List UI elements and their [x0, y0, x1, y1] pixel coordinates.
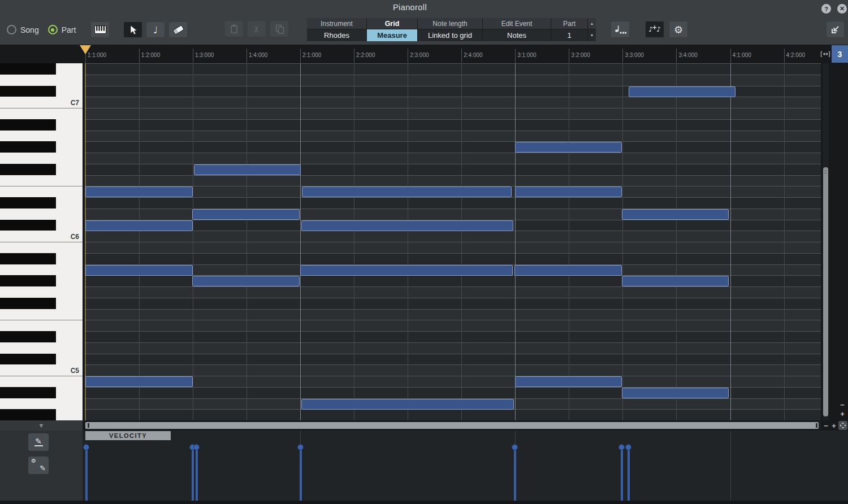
velocity-stem[interactable]: [300, 447, 302, 501]
piano-key-white[interactable]: [0, 398, 83, 410]
part-value[interactable]: 1: [551, 29, 587, 41]
velocity-stem-handle[interactable]: [83, 444, 89, 450]
horizontal-scrollbar-thumb[interactable]: [85, 422, 819, 429]
velocity-stem-handle[interactable]: [618, 444, 625, 450]
cut-button[interactable]: ✂: [247, 20, 266, 37]
velocity-stem[interactable]: [628, 447, 630, 501]
piano-key-black[interactable]: [0, 197, 56, 208]
midi-note[interactable]: [85, 220, 193, 231]
midi-note[interactable]: [514, 265, 622, 276]
piano-key-white[interactable]: [0, 108, 83, 119]
fit-width-icon[interactable]: [↔]: [819, 47, 832, 60]
show-keyboard-button[interactable]: [90, 21, 110, 38]
piano-key-black[interactable]: [0, 63, 56, 75]
note-length-value[interactable]: Linked to grid: [418, 29, 482, 41]
midi-note[interactable]: [515, 142, 622, 153]
scrollbar-left-cap[interactable]: [88, 423, 89, 428]
timeline-ruler[interactable]: 1:1:0001:2:0001:3:0001:4:0002:1:0002:2:0…: [0, 45, 848, 63]
midi-note[interactable]: [300, 265, 513, 276]
midi-note[interactable]: [192, 209, 300, 220]
part-radio[interactable]: Part: [48, 25, 76, 34]
velocity-stem[interactable]: [514, 447, 516, 501]
midi-note[interactable]: [622, 388, 729, 398]
piano-key-black[interactable]: [0, 275, 56, 286]
vertical-zoom-out-button[interactable]: −: [838, 400, 846, 409]
velocity-stem[interactable]: [85, 447, 88, 501]
piano-key-black[interactable]: [0, 387, 56, 398]
pianoroll-grid[interactable]: [85, 63, 821, 420]
import-to-part-button[interactable]: [826, 21, 845, 38]
piano-key-white[interactable]: [0, 342, 83, 354]
velocity-stem-handle[interactable]: [297, 444, 304, 450]
piano-key-white[interactable]: [0, 186, 83, 197]
piano-key-black[interactable]: [0, 220, 56, 231]
piano-key-white[interactable]: [0, 175, 83, 186]
song-radio[interactable]: Song: [7, 25, 39, 34]
instrument-value[interactable]: Rhodes: [307, 29, 366, 41]
piano-key-white[interactable]: [0, 208, 83, 220]
midi-note[interactable]: [515, 186, 622, 197]
velocity-stem-handle[interactable]: [193, 444, 200, 450]
midi-note[interactable]: [85, 186, 193, 197]
help-button[interactable]: ?: [821, 4, 831, 14]
midi-note[interactable]: [301, 399, 514, 410]
copy-button[interactable]: [270, 20, 289, 37]
piano-key-white[interactable]: [0, 376, 83, 387]
velocity-lane-label[interactable]: VELOCITY: [85, 431, 171, 440]
settings-button[interactable]: ⚙: [669, 21, 688, 38]
midi-note[interactable]: [622, 276, 729, 286]
fullscreen-toggle-button[interactable]: [838, 421, 847, 430]
piano-key-white[interactable]: [0, 309, 83, 320]
velocity-stem-handle[interactable]: [625, 444, 631, 450]
piano-key-white[interactable]: [0, 286, 83, 298]
piano-key-white[interactable]: [0, 242, 83, 253]
midi-note[interactable]: [629, 86, 735, 97]
midi-note[interactable]: [622, 209, 729, 220]
part-spin-up[interactable]: ▲: [588, 18, 596, 29]
piano-key-white[interactable]: [0, 153, 83, 164]
horizontal-zoom-in-button[interactable]: +: [830, 421, 838, 430]
velocity-stem-handle[interactable]: [512, 444, 518, 450]
piano-key-black[interactable]: [0, 298, 56, 309]
piano-key-black[interactable]: [0, 86, 56, 97]
midi-note[interactable]: [192, 276, 300, 286]
vertical-zoom-in-button[interactable]: +: [838, 409, 846, 418]
piano-key-white[interactable]: [0, 131, 83, 142]
piano-key-black[interactable]: [0, 409, 56, 420]
select-tool-button[interactable]: [123, 21, 142, 38]
midi-note[interactable]: [194, 164, 301, 175]
velocity-settings-button[interactable]: ⚙ ✎: [28, 457, 49, 474]
playhead-marker[interactable]: [80, 45, 91, 54]
draw-note-tool-button[interactable]: ♩: [146, 21, 165, 38]
step-add-note-button[interactable]: ♪+♪: [645, 21, 664, 38]
piano-key-black[interactable]: [0, 141, 56, 153]
edit-event-value[interactable]: Notes: [483, 29, 551, 41]
piano-key-black[interactable]: [0, 164, 56, 175]
midi-note[interactable]: [85, 265, 193, 276]
grid-value[interactable]: Measure: [367, 29, 417, 41]
paste-button[interactable]: [224, 20, 244, 37]
keyboard-scroll-down-button[interactable]: ▼: [0, 420, 83, 431]
close-button[interactable]: ✕: [837, 4, 847, 14]
midi-note[interactable]: [301, 220, 513, 231]
piano-key-black[interactable]: [0, 253, 56, 264]
piano-key-black[interactable]: [0, 119, 56, 131]
piano-key-white[interactable]: [0, 320, 83, 331]
part-spin-down[interactable]: ▼: [588, 29, 596, 41]
piano-key-black[interactable]: [0, 331, 56, 342]
piano-key-white[interactable]: [0, 264, 83, 276]
midi-note[interactable]: [515, 376, 622, 387]
velocity-stem[interactable]: [196, 447, 198, 501]
horizontal-zoom-out-button[interactable]: −: [822, 421, 830, 430]
velocity-stem[interactable]: [192, 447, 194, 501]
velocity-lane[interactable]: VELOCITY: [83, 431, 848, 501]
eraser-tool-button[interactable]: [168, 21, 188, 38]
velocity-stem[interactable]: [621, 447, 623, 501]
draw-velocity-button[interactable]: ✎: [28, 433, 49, 451]
midi-note[interactable]: [85, 376, 193, 387]
vertical-scrollbar-thumb[interactable]: [823, 167, 828, 416]
midi-note[interactable]: [302, 186, 512, 197]
piano-key-white[interactable]: [0, 75, 83, 86]
piano-key-black[interactable]: [0, 354, 56, 365]
quantize-button[interactable]: [611, 21, 630, 38]
